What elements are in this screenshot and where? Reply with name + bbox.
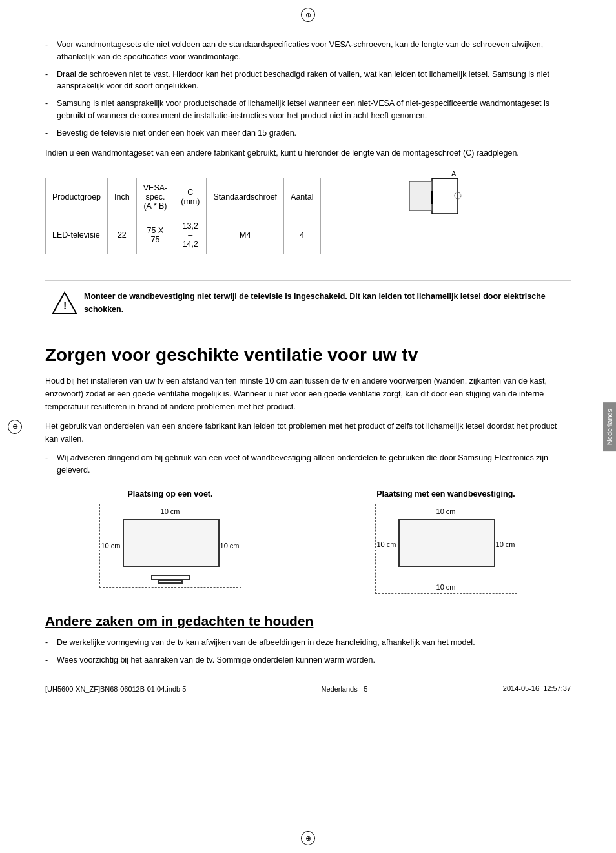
other-bullet-list: De werkelijke vormgeving van de tv kan a… (45, 637, 571, 666)
footer-left: [UH5600-XN_ZF]BN68-06012B-01I04.indb 5 (45, 685, 186, 693)
cell-c: 13,2 – 14,2 (174, 216, 207, 254)
diagram-wall-mount: Plaatsing met een wandbevestiging. 10 cm… (321, 489, 571, 594)
diagram-wall-title: Plaatsing met een wandbevestiging. (321, 489, 571, 498)
vent2-right-label: 10 cm (496, 540, 515, 548)
ventilation-para2: Het gebruik van onderdelen van een ander… (45, 420, 571, 446)
svg-rect-2 (432, 178, 458, 214)
col-header-vesa: VESA-spec. (A * B) (136, 178, 174, 216)
cell-vesa: 75 X 75 (136, 216, 174, 254)
col-header-schroef: Standaardschroef (207, 178, 284, 216)
col-header-aantal: Aantal (284, 178, 320, 216)
vent2-left-label: 10 cm (377, 540, 396, 548)
vesa-table-container: Productgroep Inch VESA-spec. (A * B) C (… (45, 169, 387, 267)
col-header-inch: Inch (108, 178, 137, 216)
vent1-top-label: 10 cm (161, 508, 180, 515)
footer-center: Nederlands - 5 (186, 685, 503, 693)
other-bullet-1: De werkelijke vormgeving van de tv kan a… (45, 637, 571, 649)
vesa-bullet-list: Voor wandmontagesets die niet voldoen aa… (45, 39, 571, 139)
vesa-table: Productgroep Inch VESA-spec. (A * B) C (… (45, 178, 321, 254)
left-registration-mark: ⊕ (8, 420, 22, 434)
warning-box: ! Monteer de wandbevestiging niet terwij… (45, 280, 571, 325)
section-ventilation-title: Zorgen voor geschikte ventilatie voor uw… (45, 345, 571, 365)
vent2-bottom-label: 10 cm (436, 583, 456, 591)
cell-aantal: 4 (284, 216, 320, 254)
vent2-top-label: 10 cm (436, 508, 456, 515)
ventilation-bullet-list: Wij adviseren dringend om bij gebruik va… (45, 452, 571, 477)
other-bullet-2: Wees voorzichtig bij het aanraken van de… (45, 654, 571, 666)
mount-diagram: A B (393, 169, 477, 229)
col-header-productgroep: Productgroep (46, 178, 108, 216)
svg-rect-5 (409, 181, 432, 211)
cell-inch: 22 (108, 216, 137, 254)
col-header-c: C (mm) (174, 178, 207, 216)
bullet-item: Bevestig de televisie niet onder een hoe… (45, 127, 571, 139)
vent1-left-label: 10 cm (101, 542, 121, 550)
vent1-right-label: 10 cm (220, 542, 240, 550)
ventilation-bullet: Wij adviseren dringend om bij gebruik va… (45, 452, 571, 477)
vesa-table-section: Productgroep Inch VESA-spec. (A * B) C (… (45, 169, 571, 267)
svg-text:!: ! (63, 300, 67, 311)
diagram-on-foot: Plaatsing op een voet. 10 cm 10 cm 10 cm (45, 489, 295, 594)
bullet-item: Voor wandmontagesets die niet voldoen aa… (45, 39, 571, 63)
ventilation-diagrams: Plaatsing op een voet. 10 cm 10 cm 10 cm (45, 489, 571, 594)
section-other-title: Andere zaken om in gedachten te houden (45, 613, 571, 629)
svg-text:A: A (451, 170, 457, 178)
bullet-item: Draai de schroeven niet te vast. Hierdoo… (45, 68, 571, 93)
warning-icon: ! (52, 290, 75, 313)
bottom-registration-mark: ⊕ (301, 831, 315, 845)
language-tab: Nederlands (603, 402, 616, 451)
top-registration-mark: ⊕ (301, 8, 315, 22)
footer-right: 2014-05-16 ￼ 12:57:37 (503, 684, 571, 693)
cell-schroef: M4 (207, 216, 284, 254)
ventilation-para1: Houd bij het installeren van uw tv een a… (45, 375, 571, 413)
table-row: LED-televisie 22 75 X 75 13,2 – 14,2 M4 … (46, 216, 321, 254)
intro-paragraph: Indien u een wandmontageset van een ande… (45, 147, 571, 159)
diagram-foot-title: Plaatsing op een voet. (45, 489, 295, 498)
cell-productgroep: LED-televisie (46, 216, 108, 254)
bullet-item: Samsung is niet aansprakelijk voor produ… (45, 98, 571, 122)
page-footer: [UH5600-XN_ZF]BN68-06012B-01I04.indb 5 N… (45, 679, 571, 693)
warning-text: Monteer de wandbevestiging niet terwijl … (84, 290, 564, 316)
